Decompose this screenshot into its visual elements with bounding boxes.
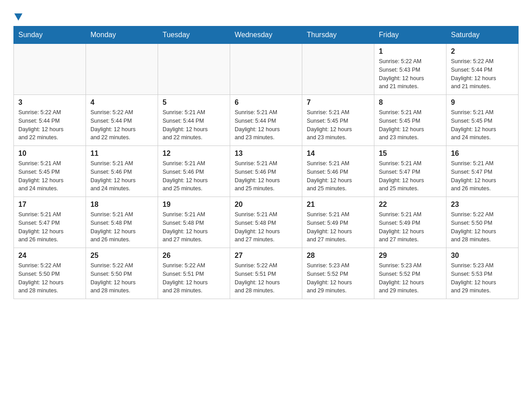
day-number: 26 — [163, 252, 225, 260]
day-info: Sunrise: 5:23 AMSunset: 5:53 PMDaylight:… — [451, 261, 514, 295]
day-info: Sunrise: 5:22 AMSunset: 5:51 PMDaylight:… — [235, 261, 297, 295]
calendar-week-row: 17Sunrise: 5:21 AMSunset: 5:47 PMDayligh… — [14, 197, 519, 248]
day-info: Sunrise: 5:21 AMSunset: 5:48 PMDaylight:… — [90, 210, 153, 244]
calendar-day-cell: 27Sunrise: 5:22 AMSunset: 5:51 PMDayligh… — [230, 248, 302, 299]
calendar-week-row: 24Sunrise: 5:22 AMSunset: 5:50 PMDayligh… — [14, 248, 519, 299]
calendar-day-cell: 17Sunrise: 5:21 AMSunset: 5:47 PMDayligh… — [14, 197, 86, 248]
day-info: Sunrise: 5:21 AMSunset: 5:47 PMDaylight:… — [18, 210, 81, 244]
day-number: 13 — [235, 150, 297, 158]
calendar-day-cell — [302, 44, 374, 95]
day-number: 4 — [90, 98, 153, 107]
day-info: Sunrise: 5:21 AMSunset: 5:44 PMDaylight:… — [163, 108, 225, 142]
day-info: Sunrise: 5:22 AMSunset: 5:50 PMDaylight:… — [18, 261, 81, 295]
day-number: 14 — [307, 150, 369, 158]
day-number: 10 — [18, 150, 81, 158]
day-number: 17 — [18, 201, 81, 209]
day-number: 5 — [163, 98, 225, 107]
day-number: 29 — [379, 252, 442, 260]
calendar-day-cell: 1Sunrise: 5:22 AMSunset: 5:43 PMDaylight… — [374, 44, 446, 95]
calendar-day-cell: 23Sunrise: 5:22 AMSunset: 5:50 PMDayligh… — [446, 197, 519, 248]
logo-triangle-icon — [14, 13, 22, 21]
day-number: 27 — [235, 252, 297, 260]
calendar-day-cell: 10Sunrise: 5:21 AMSunset: 5:45 PMDayligh… — [14, 146, 86, 197]
day-number: 16 — [451, 150, 514, 158]
weekday-header: Thursday — [302, 26, 374, 44]
day-number: 9 — [451, 98, 514, 107]
calendar-day-cell: 19Sunrise: 5:21 AMSunset: 5:48 PMDayligh… — [158, 197, 230, 248]
day-number: 7 — [307, 98, 369, 107]
calendar-week-row: 3Sunrise: 5:22 AMSunset: 5:44 PMDaylight… — [14, 95, 519, 146]
day-number: 19 — [163, 201, 225, 209]
day-number: 24 — [18, 252, 81, 260]
day-info: Sunrise: 5:21 AMSunset: 5:45 PMDaylight:… — [379, 108, 442, 142]
calendar-day-cell: 30Sunrise: 5:23 AMSunset: 5:53 PMDayligh… — [446, 248, 519, 299]
calendar-day-cell: 11Sunrise: 5:21 AMSunset: 5:46 PMDayligh… — [86, 146, 158, 197]
day-info: Sunrise: 5:22 AMSunset: 5:50 PMDaylight:… — [451, 210, 514, 244]
day-number: 22 — [379, 201, 442, 209]
day-info: Sunrise: 5:21 AMSunset: 5:48 PMDaylight:… — [163, 210, 225, 244]
calendar-day-cell: 13Sunrise: 5:21 AMSunset: 5:46 PMDayligh… — [230, 146, 302, 197]
day-info: Sunrise: 5:23 AMSunset: 5:52 PMDaylight:… — [307, 261, 369, 295]
day-number: 12 — [163, 150, 225, 158]
calendar-day-cell: 26Sunrise: 5:22 AMSunset: 5:51 PMDayligh… — [158, 248, 230, 299]
logo — [13, 13, 22, 21]
weekday-header: Sunday — [14, 26, 86, 44]
calendar-day-cell: 29Sunrise: 5:23 AMSunset: 5:52 PMDayligh… — [374, 248, 446, 299]
day-info: Sunrise: 5:21 AMSunset: 5:45 PMDaylight:… — [18, 159, 81, 193]
day-number: 21 — [307, 201, 369, 209]
calendar-day-cell: 14Sunrise: 5:21 AMSunset: 5:46 PMDayligh… — [302, 146, 374, 197]
day-info: Sunrise: 5:21 AMSunset: 5:49 PMDaylight:… — [307, 210, 369, 244]
calendar-table: SundayMondayTuesdayWednesdayThursdayFrid… — [13, 26, 519, 299]
day-info: Sunrise: 5:22 AMSunset: 5:44 PMDaylight:… — [90, 108, 153, 142]
weekday-header: Wednesday — [230, 26, 302, 44]
weekday-header: Saturday — [446, 26, 519, 44]
day-info: Sunrise: 5:21 AMSunset: 5:48 PMDaylight:… — [235, 210, 297, 244]
day-info: Sunrise: 5:22 AMSunset: 5:50 PMDaylight:… — [90, 261, 153, 295]
calendar-day-cell: 15Sunrise: 5:21 AMSunset: 5:47 PMDayligh… — [374, 146, 446, 197]
calendar-day-cell: 8Sunrise: 5:21 AMSunset: 5:45 PMDaylight… — [374, 95, 446, 146]
day-info: Sunrise: 5:21 AMSunset: 5:45 PMDaylight:… — [307, 108, 369, 142]
day-info: Sunrise: 5:22 AMSunset: 5:43 PMDaylight:… — [379, 57, 442, 91]
day-number: 15 — [379, 150, 442, 158]
day-info: Sunrise: 5:22 AMSunset: 5:44 PMDaylight:… — [451, 57, 514, 91]
day-number: 1 — [379, 47, 442, 56]
day-number: 28 — [307, 252, 369, 260]
calendar-day-cell — [14, 44, 86, 95]
day-number: 3 — [18, 98, 81, 107]
calendar-day-cell: 12Sunrise: 5:21 AMSunset: 5:46 PMDayligh… — [158, 146, 230, 197]
calendar-day-cell: 7Sunrise: 5:21 AMSunset: 5:45 PMDaylight… — [302, 95, 374, 146]
day-number: 25 — [90, 252, 153, 260]
calendar-day-cell: 3Sunrise: 5:22 AMSunset: 5:44 PMDaylight… — [14, 95, 86, 146]
day-info: Sunrise: 5:21 AMSunset: 5:46 PMDaylight:… — [235, 159, 297, 193]
calendar-day-cell — [158, 44, 230, 95]
day-number: 6 — [235, 98, 297, 107]
day-info: Sunrise: 5:21 AMSunset: 5:46 PMDaylight:… — [90, 159, 153, 193]
day-info: Sunrise: 5:21 AMSunset: 5:49 PMDaylight:… — [379, 210, 442, 244]
calendar-day-cell: 24Sunrise: 5:22 AMSunset: 5:50 PMDayligh… — [14, 248, 86, 299]
weekday-header: Tuesday — [158, 26, 230, 44]
calendar-day-cell: 9Sunrise: 5:21 AMSunset: 5:45 PMDaylight… — [446, 95, 519, 146]
calendar-day-cell: 6Sunrise: 5:21 AMSunset: 5:44 PMDaylight… — [230, 95, 302, 146]
day-info: Sunrise: 5:23 AMSunset: 5:52 PMDaylight:… — [379, 261, 442, 295]
calendar-day-cell: 5Sunrise: 5:21 AMSunset: 5:44 PMDaylight… — [158, 95, 230, 146]
day-info: Sunrise: 5:22 AMSunset: 5:44 PMDaylight:… — [18, 108, 81, 142]
calendar-week-row: 10Sunrise: 5:21 AMSunset: 5:45 PMDayligh… — [14, 146, 519, 197]
page-header — [13, 9, 519, 21]
calendar-day-cell: 18Sunrise: 5:21 AMSunset: 5:48 PMDayligh… — [86, 197, 158, 248]
day-number: 30 — [451, 252, 514, 260]
day-info: Sunrise: 5:21 AMSunset: 5:45 PMDaylight:… — [451, 108, 514, 142]
day-number: 11 — [90, 150, 153, 158]
calendar-day-cell: 28Sunrise: 5:23 AMSunset: 5:52 PMDayligh… — [302, 248, 374, 299]
day-number: 23 — [451, 201, 514, 209]
day-info: Sunrise: 5:21 AMSunset: 5:46 PMDaylight:… — [307, 159, 369, 193]
day-info: Sunrise: 5:21 AMSunset: 5:47 PMDaylight:… — [451, 159, 514, 193]
weekday-header: Friday — [374, 26, 446, 44]
calendar-day-cell: 20Sunrise: 5:21 AMSunset: 5:48 PMDayligh… — [230, 197, 302, 248]
day-number: 2 — [451, 47, 514, 56]
calendar-day-cell: 21Sunrise: 5:21 AMSunset: 5:49 PMDayligh… — [302, 197, 374, 248]
day-info: Sunrise: 5:21 AMSunset: 5:44 PMDaylight:… — [235, 108, 297, 142]
weekday-header-row: SundayMondayTuesdayWednesdayThursdayFrid… — [14, 26, 519, 44]
day-number: 18 — [90, 201, 153, 209]
calendar-day-cell: 25Sunrise: 5:22 AMSunset: 5:50 PMDayligh… — [86, 248, 158, 299]
calendar-day-cell — [86, 44, 158, 95]
